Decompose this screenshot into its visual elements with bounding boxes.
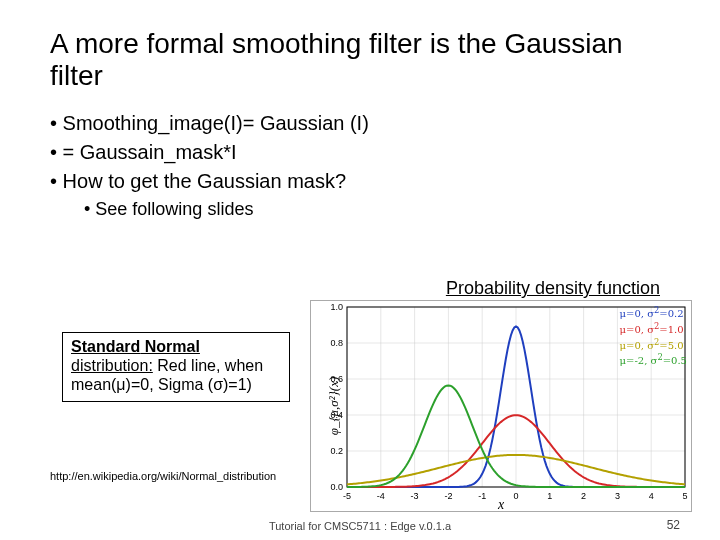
note-box: Standard Normal distribution: Red line, … <box>62 332 290 402</box>
svg-text:-3: -3 <box>411 491 419 501</box>
page-number: 52 <box>667 518 680 532</box>
x-axis-label: x <box>498 497 504 513</box>
svg-text:1: 1 <box>547 491 552 501</box>
svg-text:2: 2 <box>581 491 586 501</box>
svg-text:-2: -2 <box>444 491 452 501</box>
bullet-1: • Smoothing_image(I)= Gaussian (I) <box>50 110 670 137</box>
svg-text:0.8: 0.8 <box>330 338 343 348</box>
svg-text:0.2: 0.2 <box>330 446 343 456</box>
bullet-3a: • See following slides <box>84 197 670 221</box>
svg-text:4: 4 <box>649 491 654 501</box>
bullet-list: • Smoothing_image(I)= Gaussian (I) • = G… <box>50 110 670 221</box>
svg-text:-5: -5 <box>343 491 351 501</box>
gaussian-chart: -5-4-3-2-10123450.00.20.40.60.81.0 φ_{μ,… <box>310 300 692 512</box>
bullet-2: • = Gaussain_mask*I <box>50 139 670 166</box>
svg-text:-1: -1 <box>478 491 486 501</box>
bullet-3: • How to get the Gaussian mask? <box>50 168 670 195</box>
svg-text:0: 0 <box>513 491 518 501</box>
citation-url: http://en.wikipedia.org/wiki/Normal_dist… <box>50 470 276 482</box>
footer-text: Tutorial for CMSC5711 : Edge v.0.1.a <box>0 520 720 532</box>
chart-legend: μ=0, σ2=0.2μ=0, σ2=1.0μ=0, σ2=5.0μ=-2, σ… <box>620 305 687 368</box>
chart-title: Probability density function <box>446 278 660 299</box>
svg-text:5: 5 <box>682 491 687 501</box>
svg-text:1.0: 1.0 <box>330 302 343 312</box>
svg-text:3: 3 <box>615 491 620 501</box>
svg-text:0.0: 0.0 <box>330 482 343 492</box>
slide-title: A more formal smoothing filter is the Ga… <box>50 28 670 92</box>
y-axis-label: φ_{μ,σ²}(x) <box>326 377 342 436</box>
svg-text:-4: -4 <box>377 491 385 501</box>
